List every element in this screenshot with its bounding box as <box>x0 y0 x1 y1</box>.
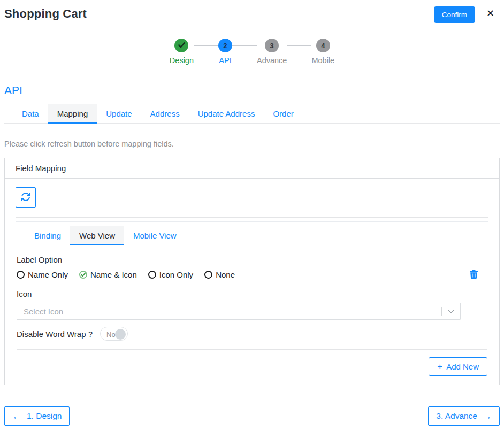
step-design[interactable]: Design <box>170 39 194 65</box>
header: Shopping Cart Confirm ✕ <box>4 0 500 24</box>
step-api[interactable]: 2 API <box>218 39 232 65</box>
word-wrap-row: Disable Word Wrap ? No <box>17 327 487 341</box>
field-mapping-panel: Field Mapping Binding Web View Mobile Vi… <box>4 158 500 385</box>
confirm-button[interactable]: Confirm <box>434 6 475 23</box>
panel-body: Binding Web View Mobile View Label Optio… <box>5 179 499 385</box>
tab-update[interactable]: Update <box>97 104 141 123</box>
step-mobile-label: Mobile <box>311 56 334 65</box>
radio-name-and-icon-label: Name & Icon <box>90 270 137 279</box>
step-design-label: Design <box>170 56 194 65</box>
section-title: API <box>4 84 500 97</box>
label-option-label: Label Option <box>17 255 487 264</box>
prev-step-button[interactable]: ← 1. Design <box>4 406 70 426</box>
step-mobile[interactable]: 4 Mobile <box>311 39 334 65</box>
refresh-icon <box>21 193 30 203</box>
subtab-binding[interactable]: Binding <box>25 226 70 245</box>
page-title: Shopping Cart <box>4 7 500 21</box>
step-mobile-circle: 4 <box>316 39 330 52</box>
chevron-down-icon <box>442 310 460 313</box>
word-wrap-label: Disable Word Wrap ? <box>17 329 93 339</box>
tab-address[interactable]: Address <box>141 104 189 123</box>
plus-icon: + <box>437 362 442 371</box>
radio-checked-icon <box>79 271 87 279</box>
step-design-circle <box>174 39 188 52</box>
arrow-right-icon: → <box>483 412 492 421</box>
step-connector <box>194 45 218 46</box>
step-connector <box>287 45 311 46</box>
refresh-note: Please click refresh button before mappi… <box>4 140 500 148</box>
web-view-form: Label Option Name Only Name & Icon <box>16 245 488 385</box>
step-advance-label: Advance <box>257 56 287 65</box>
delete-row-button[interactable] <box>469 269 479 279</box>
step-advance[interactable]: 3 Advance <box>257 39 287 65</box>
step-connector <box>232 45 257 46</box>
add-new-button[interactable]: + Add New <box>429 357 487 376</box>
panel-title: Field Mapping <box>5 158 499 179</box>
wizard-page: Shopping Cart Confirm ✕ Design 2 API 3 A… <box>0 0 504 426</box>
tab-order[interactable]: Order <box>264 104 302 123</box>
radio-unchecked-icon <box>17 271 25 279</box>
close-icon[interactable]: ✕ <box>486 9 494 18</box>
subtab-mobile-view[interactable]: Mobile View <box>124 226 186 245</box>
tab-update-address[interactable]: Update Address <box>189 104 264 123</box>
arrow-left-icon: ← <box>12 412 21 421</box>
prev-step-label: 1. Design <box>27 411 62 421</box>
add-new-label: Add New <box>446 362 479 371</box>
radio-none[interactable]: None <box>204 270 235 279</box>
radio-name-and-icon[interactable]: Name & Icon <box>79 270 137 279</box>
main-tabs: Data Mapping Update Address Update Addre… <box>4 104 500 124</box>
radio-icon-only-label: Icon Only <box>159 270 193 279</box>
radio-unchecked-icon <box>204 271 212 279</box>
toggle-value: No <box>106 331 116 339</box>
subtab-web-view[interactable]: Web View <box>70 226 124 245</box>
icon-select[interactable]: Select Icon <box>17 303 461 320</box>
icon-field-label: Icon <box>17 289 487 298</box>
step-advance-circle: 3 <box>265 39 279 52</box>
label-option-radio-group: Name Only Name & Icon Icon Only <box>17 270 487 279</box>
radio-name-only-label: Name Only <box>28 270 68 279</box>
radio-icon-only[interactable]: Icon Only <box>148 270 193 279</box>
radio-none-label: None <box>216 270 235 279</box>
divider <box>16 221 488 222</box>
wizard-stepper: Design 2 API 3 Advance 4 Mobile <box>4 39 500 65</box>
radio-unchecked-icon <box>148 271 156 279</box>
wizard-footer: ← 1. Design 3. Advance → <box>4 406 500 426</box>
next-step-label: 3. Advance <box>436 411 477 421</box>
step-api-circle: 2 <box>218 39 232 52</box>
next-step-button[interactable]: 3. Advance → <box>428 406 500 426</box>
word-wrap-toggle[interactable]: No <box>100 327 128 341</box>
add-new-row: + Add New <box>17 350 487 385</box>
tab-mapping[interactable]: Mapping <box>48 104 97 124</box>
refresh-button[interactable] <box>16 187 36 208</box>
toggle-knob-icon <box>115 329 126 340</box>
check-icon <box>178 42 185 50</box>
step-api-label: API <box>219 56 231 65</box>
radio-name-only[interactable]: Name Only <box>17 270 68 279</box>
divider <box>16 217 488 218</box>
tab-data[interactable]: Data <box>13 104 48 123</box>
icon-select-placeholder: Select Icon <box>24 307 441 316</box>
view-subtabs: Binding Web View Mobile View <box>16 226 462 245</box>
trash-icon <box>469 272 479 281</box>
